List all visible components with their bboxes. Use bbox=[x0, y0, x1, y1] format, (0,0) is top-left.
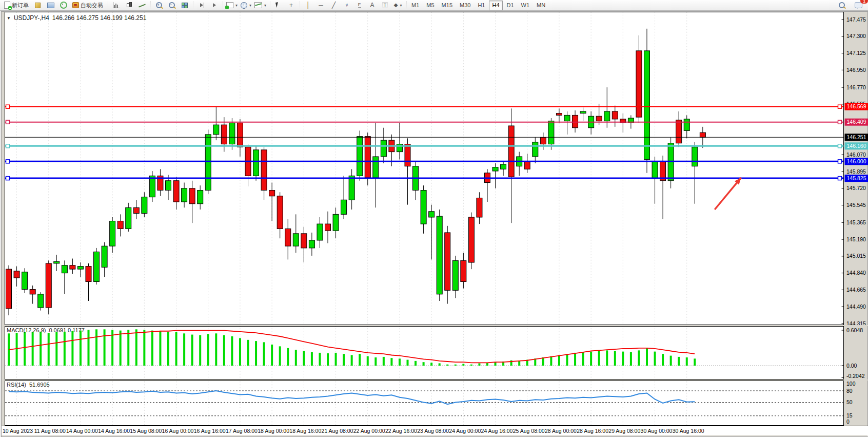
timeframe-m1[interactable]: M1 bbox=[408, 1, 422, 10]
timeframe-h4[interactable]: H4 bbox=[489, 1, 502, 10]
price-tick-label: 147.475 bbox=[846, 16, 866, 23]
price-tick-label: 146.950 bbox=[846, 67, 866, 73]
zoom-out-button[interactable]: − bbox=[165, 0, 178, 10]
tile-windows-icon bbox=[182, 3, 188, 8]
new-order-button[interactable]: 新订单 bbox=[2, 0, 31, 10]
date-label: 29 Aug 08:00 bbox=[608, 428, 640, 434]
main-price-panel[interactable]: 147.475147.300147.125146.950146.770146.5… bbox=[2, 12, 868, 325]
autotrade-button[interactable]: 自动交易 bbox=[70, 0, 106, 10]
symbol-period-label: USDJPY-,H4 bbox=[14, 14, 49, 22]
mt4-terminal: 新订单 自动交易 + − ▾ ▾ ▾ + │ ─ ╱ 〃 F A T ◆ bbox=[0, 0, 868, 437]
bar-chart-button[interactable] bbox=[110, 0, 123, 10]
crosshair-tool-button[interactable]: + bbox=[285, 0, 298, 10]
terminal-window-button[interactable] bbox=[44, 0, 57, 10]
new-order-label: 新订单 bbox=[12, 2, 29, 9]
zoom-in-button[interactable]: + bbox=[152, 0, 165, 10]
arrows-tool-button[interactable]: ◆▾ bbox=[391, 0, 404, 10]
candle-body bbox=[540, 137, 546, 144]
date-label: 28 Aug 16:00 bbox=[577, 428, 608, 434]
candle-body bbox=[580, 111, 586, 113]
separator bbox=[268, 2, 270, 9]
fibonacci-tool-button[interactable]: F bbox=[353, 0, 366, 10]
line-handle bbox=[6, 177, 10, 180]
line-handle bbox=[6, 144, 10, 148]
periods-button[interactable]: ▾ bbox=[239, 0, 253, 10]
chevron-down-icon: ▾ bbox=[400, 3, 402, 8]
candle-body bbox=[492, 167, 498, 171]
candle-body bbox=[261, 150, 267, 191]
date-label: 25 Aug 08:00 bbox=[513, 428, 545, 434]
ohlc-readout: 146.266 146.275 146.199 146.251 bbox=[52, 14, 147, 22]
date-label: 24 Aug 16:00 bbox=[481, 428, 513, 434]
horizontal-line-tool-button[interactable]: ─ bbox=[314, 0, 327, 10]
text-icon: A bbox=[370, 2, 374, 8]
cursor-tool-button[interactable] bbox=[272, 0, 285, 10]
candle-body bbox=[173, 181, 179, 202]
candle-body bbox=[652, 161, 658, 179]
candle-body bbox=[437, 216, 442, 294]
candle-body bbox=[94, 252, 100, 281]
candle-body bbox=[532, 142, 538, 157]
label-icon: T bbox=[382, 3, 388, 8]
timeframe-w1[interactable]: W1 bbox=[518, 1, 533, 10]
search-button[interactable] bbox=[835, 0, 848, 10]
price-label: 146.409 bbox=[847, 119, 866, 125]
timeframe-mn[interactable]: MN bbox=[534, 1, 548, 10]
vertical-line-tool-button[interactable]: │ bbox=[302, 0, 314, 10]
candle-body bbox=[46, 263, 51, 308]
candle-body bbox=[676, 120, 682, 143]
line-chart-icon bbox=[139, 3, 145, 8]
price-tick-label: 146.070 bbox=[846, 151, 866, 158]
rsi-label: RSI(14) 51.6905 bbox=[7, 382, 50, 388]
notification-badge: 1 bbox=[860, 0, 868, 4]
price-label: 145.825 bbox=[847, 175, 866, 181]
date-label: 16 Aug 16:00 bbox=[194, 428, 226, 434]
chart-shift-button[interactable] bbox=[208, 0, 221, 10]
date-label: 21 Aug 08:00 bbox=[322, 428, 353, 434]
indicators-button[interactable]: ▾ bbox=[225, 0, 239, 10]
candle-body bbox=[325, 224, 331, 231]
timeframe-d1[interactable]: D1 bbox=[504, 1, 517, 10]
macd-panel[interactable]: 0.60480.00-0.2042 bbox=[2, 326, 868, 379]
main-toolbar: 新订单 自动交易 + − ▾ ▾ ▾ + │ ─ ╱ 〃 F A T ◆ bbox=[0, 0, 868, 11]
date-label: 30 Aug 16:00 bbox=[673, 428, 704, 434]
cube-button[interactable] bbox=[31, 0, 44, 10]
signal-icon bbox=[60, 2, 67, 9]
trendline-tool-button[interactable]: ╱ bbox=[327, 0, 340, 10]
candle-body bbox=[54, 261, 60, 263]
candle-body bbox=[644, 51, 650, 160]
date-label: 16 Aug 00:00 bbox=[162, 428, 194, 434]
templates-button[interactable]: ▾ bbox=[253, 0, 268, 10]
signal-button[interactable] bbox=[57, 0, 70, 10]
timeframe-m5[interactable]: M5 bbox=[423, 1, 437, 10]
clock-icon bbox=[241, 2, 247, 9]
candle-body bbox=[596, 116, 602, 121]
channel-tool-button[interactable]: 〃 bbox=[340, 0, 353, 10]
collapse-triangle-icon[interactable]: ▼ bbox=[7, 16, 11, 21]
timeframe-m30[interactable]: M30 bbox=[457, 1, 474, 10]
autotrade-icon bbox=[72, 2, 79, 8]
line-chart-button[interactable] bbox=[135, 0, 148, 10]
price-tick-label: 145.545 bbox=[846, 202, 866, 208]
tile-windows-button[interactable] bbox=[178, 0, 191, 10]
rsi-value: 51.6905 bbox=[29, 382, 50, 388]
zoom-in-icon: + bbox=[156, 2, 162, 8]
candle-body bbox=[692, 147, 698, 166]
macd-axis-label: 0.6048 bbox=[846, 327, 863, 333]
candle-body bbox=[117, 221, 123, 229]
candle-body bbox=[357, 137, 363, 176]
price-tick-label: 144.665 bbox=[846, 287, 866, 293]
text-tool-button[interactable]: A bbox=[366, 0, 379, 10]
timeframe-h1[interactable]: H1 bbox=[475, 1, 488, 10]
notifications-button[interactable]: 1 bbox=[852, 0, 865, 10]
line-handle bbox=[838, 177, 842, 180]
auto-scroll-button[interactable] bbox=[195, 0, 208, 10]
price-tick-label: 144.490 bbox=[846, 303, 866, 310]
timeframe-m15[interactable]: M15 bbox=[439, 1, 456, 10]
candle-body bbox=[133, 207, 139, 213]
rsi-panel[interactable]: 1008050150 bbox=[2, 381, 868, 426]
fibonacci-icon: F bbox=[358, 3, 361, 8]
candlestick-chart-button[interactable] bbox=[123, 0, 135, 10]
label-tool-button[interactable]: T bbox=[379, 0, 391, 10]
cursor-icon bbox=[275, 2, 281, 8]
